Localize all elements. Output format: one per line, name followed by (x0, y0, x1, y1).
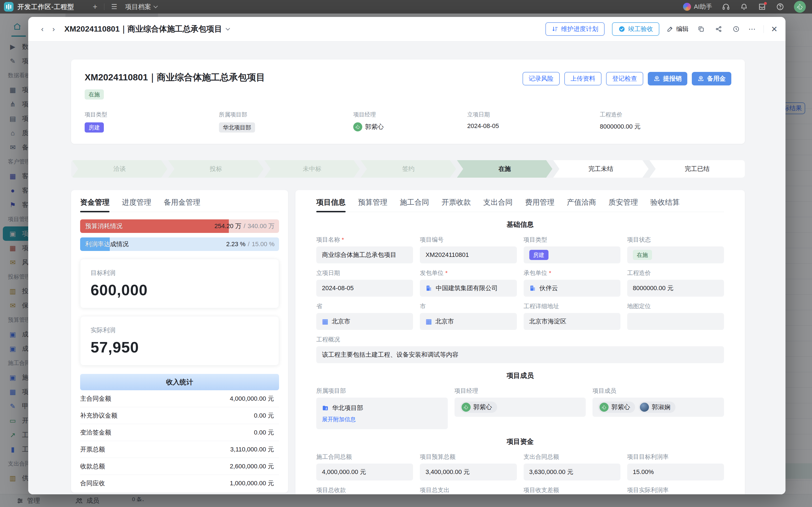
address-field[interactable]: 北京市海淀区 (524, 313, 620, 330)
info-tab[interactable]: 支出合同 (483, 198, 512, 212)
member-pill: 心 郭紫心 (460, 401, 497, 413)
stage-step[interactable]: 完工已结 (649, 160, 745, 178)
income-row: 收款总额 2,600,000.00 元 (80, 458, 279, 475)
stage-step[interactable]: 洽谈 (72, 160, 167, 178)
edit-label: 编辑 (676, 25, 689, 33)
field-label: 发包单位 (420, 269, 443, 277)
menu-icon[interactable]: ☰ (111, 3, 117, 11)
manager-name: 郭紫心 (365, 123, 384, 131)
stage-step[interactable]: 完工未结 (553, 160, 649, 178)
members-field[interactable]: 心 郭紫心 郭淑娴 (593, 398, 724, 417)
dept-field[interactable]: 华北项目部 展开附加信息 (316, 398, 448, 429)
income-stats-header[interactable]: 收入统计 (80, 374, 279, 390)
title-chevron-icon[interactable] (225, 26, 230, 31)
user-avatar[interactable]: 心 (794, 1, 806, 13)
income-row-label: 主合同金额 (80, 394, 111, 403)
share-icon[interactable] (713, 24, 724, 34)
field-label: 施工合同总额 (316, 453, 413, 461)
contractor-field[interactable]: 伙伴云 (524, 280, 620, 297)
finance-tab[interactable]: 备用金管理 (164, 198, 200, 212)
dept-name: 华北项目部 (332, 404, 363, 412)
member-name: 郭紫心 (474, 403, 492, 411)
field-label: 工程概况 (316, 336, 724, 343)
status-badge: 在施 (85, 90, 104, 100)
info-tab[interactable]: 费用管理 (525, 198, 554, 212)
fund-field[interactable]: 3,630,000.00 元 (524, 463, 620, 481)
close-icon[interactable]: ✕ (771, 24, 777, 34)
history-icon[interactable] (731, 24, 741, 34)
finance-tab-label: 资金管理 (80, 198, 109, 207)
finance-tab[interactable]: 进度管理 (122, 198, 151, 212)
info-tab[interactable]: 验收结算 (650, 198, 680, 212)
record-risk-button[interactable]: 记录风险 (523, 72, 560, 86)
income-row: 主合同金额 4,000,000.00 元 (80, 390, 279, 407)
notification-bell-icon[interactable] (740, 3, 748, 11)
field-label: 项目总支出 (420, 486, 517, 494)
stage-step[interactable]: 签约 (361, 160, 456, 178)
owner-company-field[interactable]: 中国建筑集团有限公司 (420, 280, 517, 297)
field-label: 项目目标利润率 (627, 453, 724, 461)
field-label: 支出合同总额 (524, 453, 620, 461)
income-row-value: 4,000,000.00 元 (225, 393, 279, 404)
finance-tab[interactable]: 资金管理 (80, 198, 109, 212)
info-tab[interactable]: 开票收款 (441, 198, 471, 212)
bar-separator: / (243, 222, 245, 230)
more-actions-button[interactable]: ⋯ (749, 25, 756, 34)
topbar-divider (104, 3, 104, 10)
start-date-field[interactable]: 2024-08-05 (316, 280, 413, 297)
info-tab[interactable]: 产值洽商 (567, 198, 596, 212)
city-field[interactable]: ▦ 北京市 (420, 313, 517, 330)
stage-step[interactable]: 投标 (168, 160, 264, 178)
project-type-badge: 房建 (85, 122, 104, 132)
province-value: 北京市 (332, 317, 350, 326)
summary-actions: 记录风险 上传资料 登记检查 提报销 备用金 (523, 72, 731, 86)
copy-icon[interactable] (696, 24, 706, 34)
register-inspection-button[interactable]: 登记检查 (606, 72, 643, 86)
top-bar: 开发工作区-工程型 + ☰ 项目档案 AI助手 (0, 0, 812, 13)
fund-field[interactable]: 4,000,000.00 元 (316, 463, 413, 481)
add-tab-button[interactable]: + (93, 2, 97, 11)
region-grid-icon: ▦ (322, 318, 328, 325)
project-code-field[interactable]: XM2024110801 (420, 246, 517, 263)
maintain-schedule-button[interactable]: 维护进度计划 (545, 22, 605, 36)
nav-tab-project-archive[interactable]: 项目档案 (125, 3, 157, 11)
expand-extra-info-link[interactable]: 展开附加信息 (322, 416, 356, 423)
info-tab[interactable]: 质安管理 (608, 198, 638, 212)
section-basic-info: 基础信息 (316, 220, 724, 229)
project-name-field[interactable]: 商业综合体施工总承包项目 (316, 246, 413, 263)
project-status-field[interactable]: 在施 (627, 246, 724, 263)
map-location-field[interactable] (627, 313, 724, 330)
app-logo-icon[interactable] (4, 2, 13, 11)
field-label: 承包单位 (524, 269, 547, 277)
income-row: 开票总额 3,110,000.00 元 (80, 441, 279, 458)
project-type-field[interactable]: 房建 (524, 246, 620, 263)
edit-button[interactable]: 编辑 (667, 25, 689, 33)
upload-docs-button[interactable]: 上传资料 (564, 72, 601, 86)
info-tab[interactable]: 施工合同 (400, 198, 429, 212)
project-overview-field[interactable]: 该工程主要包括土建工程、设备安装和调试等内容 (316, 346, 724, 363)
stage-step-label: 未中标 (303, 165, 321, 173)
fund-field[interactable]: 3,400,000.00 元 (420, 463, 517, 481)
info-tab[interactable]: 项目信息 (316, 198, 345, 212)
petty-cash-button[interactable]: 备用金 (692, 72, 731, 86)
manager-avatar: 心 (353, 122, 362, 131)
info-tabs: 项目信息 预算管理 施工合同 开票收款 支出合同 费用管理 (316, 198, 724, 212)
income-row-label: 开票总额 (80, 445, 105, 454)
fund-field[interactable]: 15.00% (627, 463, 724, 481)
project-cost-field[interactable]: 8000000.00 元 (627, 280, 724, 297)
next-record-button[interactable]: › (48, 23, 59, 35)
headset-icon[interactable] (722, 3, 730, 11)
manager-field[interactable]: 心 郭紫心 (454, 398, 586, 417)
stage-step[interactable]: 未中标 (264, 160, 360, 178)
field-label: 省 (316, 302, 413, 310)
member-avatar: 心 (462, 403, 471, 412)
stage-step[interactable]: 在施 (457, 160, 552, 178)
help-icon[interactable] (776, 3, 784, 11)
submit-expense-button[interactable]: 提报销 (648, 72, 687, 86)
completion-acceptance-button[interactable]: 竣工验收 (612, 22, 659, 36)
ai-assistant-button[interactable]: AI助手 (683, 3, 712, 11)
prev-record-button[interactable]: ‹ (37, 23, 48, 35)
inbox-icon[interactable] (758, 3, 766, 11)
province-field[interactable]: ▦ 北京市 (316, 313, 413, 330)
info-tab[interactable]: 预算管理 (358, 198, 387, 212)
